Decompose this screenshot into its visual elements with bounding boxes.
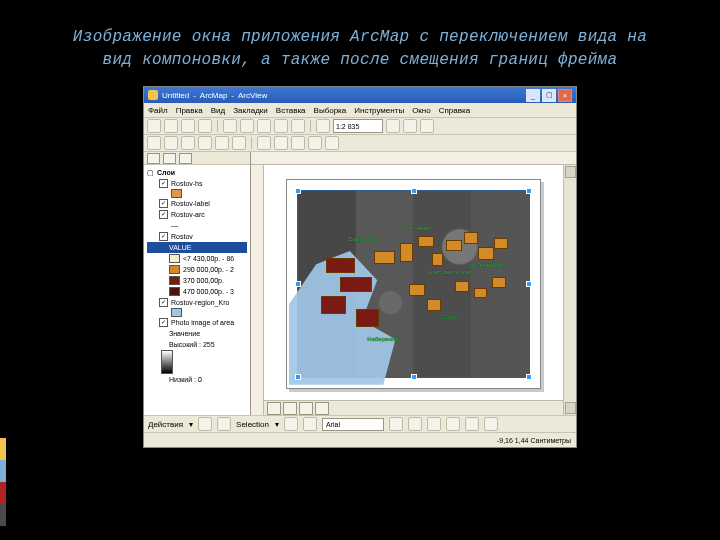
open-button[interactable] xyxy=(164,119,178,133)
italic-button[interactable] xyxy=(408,417,422,431)
building-poly xyxy=(455,281,469,292)
add-data-button[interactable] xyxy=(316,119,330,133)
menubar: Файл Правка Вид Закладки Вставка Выборка… xyxy=(144,103,576,118)
toc-tabs xyxy=(144,152,250,165)
toc-layer-rostov[interactable]: ✓Rostov xyxy=(147,231,247,242)
toc-tab-selection[interactable] xyxy=(179,153,192,164)
data-view-button[interactable] xyxy=(267,402,281,415)
menu-bookmarks[interactable]: Закладки xyxy=(233,106,268,115)
layout-page[interactable]: Балашова 18-я линия Комсомольская Набере… xyxy=(286,179,541,389)
tools-toolbar xyxy=(144,135,576,152)
font-color-button[interactable] xyxy=(446,417,460,431)
next-extent-button[interactable] xyxy=(232,136,246,150)
close-button[interactable]: × xyxy=(558,89,572,102)
data-frame[interactable]: Балашова 18-я линия Комсомольская Набере… xyxy=(297,190,530,378)
line-color-button[interactable] xyxy=(484,417,498,431)
actions-menu[interactable]: Действия xyxy=(148,420,183,429)
zoom-in-button[interactable] xyxy=(147,136,161,150)
toc-root[interactable]: ▢ Слои xyxy=(147,167,247,178)
select-button[interactable] xyxy=(257,136,271,150)
menu-insert[interactable]: Вставка xyxy=(276,106,306,115)
toc-class[interactable]: 470 000,00p. - 3 xyxy=(147,286,247,297)
toc-class[interactable]: <7 430,00p. - 86 xyxy=(147,253,247,264)
menu-edit[interactable]: Правка xyxy=(176,106,203,115)
building-poly xyxy=(409,284,425,295)
pause-draw-button[interactable] xyxy=(315,402,329,415)
map-label: ул.Энгельса xyxy=(469,262,503,268)
draw-toolbar: Действия▾ Selection▾ Arial xyxy=(144,415,576,432)
view-switch-bar xyxy=(264,400,563,415)
edit-vertices-button[interactable] xyxy=(217,417,231,431)
refresh-button[interactable] xyxy=(299,402,313,415)
layout-page-area[interactable]: Балашова 18-я линия Комсомольская Набере… xyxy=(264,165,563,415)
help-button[interactable] xyxy=(420,119,434,133)
toc-layer-raster[interactable]: ✓Photo image of area xyxy=(147,317,247,328)
full-extent-button[interactable] xyxy=(198,136,212,150)
toc-raster-high: Высокий : 255 xyxy=(147,339,247,350)
ruler-vertical xyxy=(251,165,264,415)
map-label: Комсомольская xyxy=(427,269,471,275)
new-doc-button[interactable] xyxy=(147,119,161,133)
building-poly xyxy=(427,299,441,310)
find-button[interactable] xyxy=(291,136,305,150)
toc-layer-rostov-arc[interactable]: ✓Rostov-arc xyxy=(147,209,247,220)
measure-button[interactable] xyxy=(308,136,322,150)
pan-button[interactable] xyxy=(181,136,195,150)
fill-color-button[interactable] xyxy=(465,417,479,431)
maximize-button[interactable]: ▢ xyxy=(542,89,556,102)
building-poly xyxy=(492,277,506,288)
prev-extent-button[interactable] xyxy=(215,136,229,150)
redo-button[interactable] xyxy=(291,119,305,133)
text-button[interactable] xyxy=(303,417,317,431)
rectangle-button[interactable] xyxy=(284,417,298,431)
menu-help[interactable]: Справка xyxy=(439,106,470,115)
selection-handle-icon[interactable] xyxy=(526,281,532,287)
scrollbar-vertical[interactable] xyxy=(563,165,576,415)
toc-tab-source[interactable] xyxy=(163,153,176,164)
toc-layer-rostov-hs[interactable]: ✓Rostov-hs xyxy=(147,178,247,189)
toolbar-sep3 xyxy=(251,137,252,149)
toc-layer-rostov-label[interactable]: ✓Rostov-label xyxy=(147,198,247,209)
toc-layer-region[interactable]: ✓Rostov-region_Kro xyxy=(147,297,247,308)
menu-selection[interactable]: Выборка xyxy=(314,106,347,115)
paste-button[interactable] xyxy=(257,119,271,133)
toc-class[interactable]: 370 000,00p. xyxy=(147,275,247,286)
selection-handle-icon[interactable] xyxy=(411,188,417,194)
cut-button[interactable] xyxy=(223,119,237,133)
toolbox-button[interactable] xyxy=(403,119,417,133)
hyperlink-button[interactable] xyxy=(325,136,339,150)
menu-view[interactable]: Вид xyxy=(211,106,225,115)
print-button[interactable] xyxy=(198,119,212,133)
app-logo-icon xyxy=(148,90,158,100)
table-of-contents: ▢ Слои ✓Rostov-hs ✓Rostov-label ✓Rostov-… xyxy=(144,152,251,415)
save-button[interactable] xyxy=(181,119,195,133)
font-select[interactable]: Arial xyxy=(322,418,384,431)
toc-class[interactable]: 290 000,00p. - 2 xyxy=(147,264,247,275)
layout-view-button[interactable] xyxy=(283,402,297,415)
bold-button[interactable] xyxy=(389,417,403,431)
menu-window[interactable]: Окно xyxy=(412,106,431,115)
selection-menu[interactable]: Selection xyxy=(236,420,269,429)
underline-button[interactable] xyxy=(427,417,441,431)
identify-button[interactable] xyxy=(274,136,288,150)
scale-input[interactable]: 1:2 835 xyxy=(333,119,383,133)
toc-value-header[interactable]: VALUE xyxy=(147,242,247,253)
pointer-button[interactable] xyxy=(198,417,212,431)
catalog-button[interactable] xyxy=(386,119,400,133)
menu-file[interactable]: Файл xyxy=(148,106,168,115)
selection-handle-icon[interactable] xyxy=(526,374,532,380)
zoom-out-button[interactable] xyxy=(164,136,178,150)
selection-handle-icon[interactable] xyxy=(295,188,301,194)
minimize-button[interactable]: _ xyxy=(526,89,540,102)
undo-button[interactable] xyxy=(274,119,288,133)
toc-tab-display[interactable] xyxy=(147,153,160,164)
selection-handle-icon[interactable] xyxy=(526,188,532,194)
raster-gradient-icon xyxy=(161,350,173,374)
copy-button[interactable] xyxy=(240,119,254,133)
selection-handle-icon[interactable] xyxy=(295,374,301,380)
menu-tools[interactable]: Инструменты xyxy=(354,106,404,115)
toc-raster-sub: Значение xyxy=(147,328,247,339)
toolbar-sep xyxy=(217,120,218,132)
selection-handle-icon[interactable] xyxy=(411,374,417,380)
selection-handle-icon[interactable] xyxy=(295,281,301,287)
